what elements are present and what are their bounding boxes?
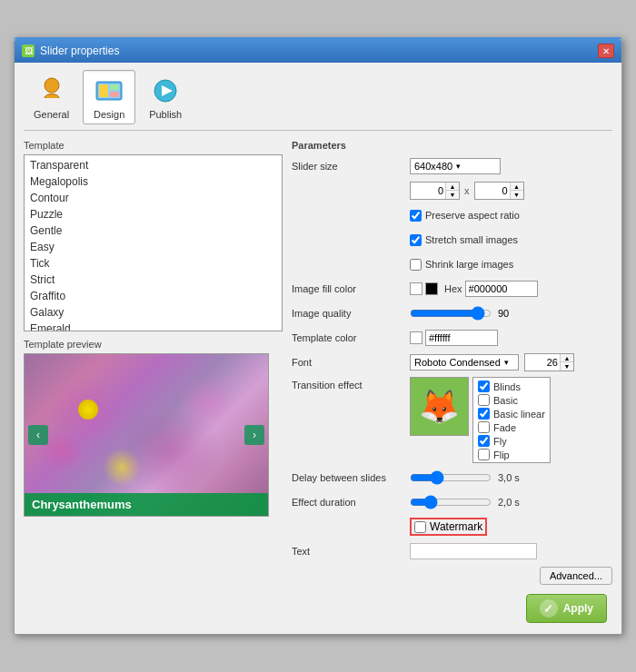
text-label: Text: [292, 546, 410, 557]
design-label: Design: [94, 109, 124, 120]
stretch-control: Stretch small images: [410, 234, 612, 246]
height-spinner[interactable]: ▲ ▼: [474, 182, 524, 200]
toolbar-publish[interactable]: Publish: [139, 70, 192, 124]
trans-item-basic[interactable]: Basic: [475, 393, 548, 407]
preview-section-label: Template preview: [24, 339, 283, 350]
width-up[interactable]: ▲: [446, 183, 459, 191]
font-size-spinner[interactable]: ▲ ▼: [524, 353, 574, 371]
trans-item-fly[interactable]: Fly: [475, 434, 548, 448]
template-list[interactable]: Transparent Megalopolis Contour Puzzle G…: [24, 154, 283, 331]
basic-checkbox[interactable]: [478, 394, 490, 406]
list-item[interactable]: Megalopolis: [26, 173, 280, 190]
template-color-swatch[interactable]: [410, 331, 422, 344]
svg-rect-4: [110, 84, 119, 90]
list-item[interactable]: Tick: [26, 255, 280, 272]
font-size-down[interactable]: ▼: [561, 362, 573, 371]
trans-item-flip[interactable]: Flip: [475, 448, 548, 461]
stretch-row: Stretch small images: [292, 230, 612, 250]
watermark-row: Watermark: [292, 517, 612, 537]
fly-checkbox[interactable]: [478, 435, 490, 447]
list-item[interactable]: Gentle: [26, 222, 280, 239]
trans-item-fade[interactable]: Fade: [475, 420, 548, 434]
width-input[interactable]: [411, 183, 445, 199]
color-black-swatch[interactable]: [425, 282, 438, 295]
effect-slider[interactable]: [410, 496, 492, 509]
list-item[interactable]: Graffito: [26, 288, 280, 304]
advanced-area: Advanced...: [292, 567, 612, 585]
advanced-button[interactable]: Advanced...: [540, 567, 612, 585]
template-preview: ‹ › Chrysanthemums: [24, 353, 269, 517]
fox-icon: 🦊: [419, 388, 460, 426]
transition-list[interactable]: Blinds Basic Basic linear: [472, 377, 551, 463]
transition-label: Transition effect: [292, 377, 410, 390]
slider-size-row: Slider size 640x480 ▾: [292, 156, 612, 176]
params-label: Parameters: [292, 140, 612, 151]
transition-preview: 🦊: [410, 377, 469, 436]
height-input[interactable]: [475, 183, 510, 199]
design-icon: [93, 74, 125, 107]
shrink-checkbox[interactable]: [410, 259, 422, 271]
right-panel: Parameters Slider size 640x480 ▾: [292, 140, 612, 585]
list-item[interactable]: Strict: [26, 272, 280, 288]
window-title: Slider properties: [40, 44, 119, 57]
slider-size-dropdown[interactable]: 640x480 ▾: [410, 158, 501, 174]
height-arrows: ▲ ▼: [510, 183, 523, 199]
quality-label: Image quality: [292, 308, 410, 319]
template-color-row: Template color: [292, 328, 612, 348]
template-color-input[interactable]: [425, 330, 498, 346]
height-down[interactable]: ▼: [511, 191, 523, 199]
effect-label: Effect duration: [292, 497, 410, 508]
font-row: Font Roboto Condensed ▾ ▲ ▼: [292, 352, 612, 372]
bottom-area: ✓ Apply: [24, 585, 612, 625]
font-dropdown[interactable]: Roboto Condensed ▾: [410, 354, 519, 371]
delay-row: Delay between slides 3,0 s: [292, 468, 612, 488]
list-item[interactable]: Puzzle: [26, 206, 280, 222]
font-chevron-icon: ▾: [504, 358, 509, 367]
blinds-checkbox[interactable]: [478, 380, 490, 392]
preserve-checkbox[interactable]: [410, 210, 422, 222]
trans-item-blinds[interactable]: Blinds: [475, 380, 548, 393]
color-empty-swatch[interactable]: [410, 282, 422, 295]
text-input[interactable]: [410, 543, 537, 559]
watermark-label: Watermark: [430, 520, 482, 533]
delay-slider[interactable]: [410, 471, 492, 484]
trans-item-basic-linear[interactable]: Basic linear: [475, 407, 548, 420]
quality-row: Image quality 90: [292, 303, 612, 323]
toolbar-general[interactable]: General: [24, 70, 79, 124]
preview-image: [25, 354, 268, 516]
width-arrows: ▲ ▼: [445, 183, 459, 199]
toolbar-design[interactable]: Design: [83, 70, 135, 124]
height-up[interactable]: ▲: [511, 183, 523, 191]
list-item[interactable]: Contour: [26, 190, 280, 206]
shrink-row: Shrink large images: [292, 254, 612, 274]
transition-control: 🦊 Blinds Basic: [410, 377, 612, 463]
preserve-control: Preserve aspect ratio: [410, 210, 612, 222]
fill-color-row: Image fill color Hex: [292, 279, 612, 299]
next-arrow[interactable]: ›: [244, 425, 264, 445]
toolbar: General Design: [24, 70, 612, 131]
stretch-label: Stretch small images: [425, 234, 518, 245]
stretch-checkbox[interactable]: [410, 234, 422, 246]
width-spinner[interactable]: ▲ ▼: [410, 182, 460, 200]
watermark-checkbox[interactable]: [414, 521, 426, 533]
fade-checkbox[interactable]: [478, 421, 490, 433]
hex-input[interactable]: [465, 281, 538, 297]
apply-button[interactable]: ✓ Apply: [526, 594, 607, 623]
prev-arrow[interactable]: ‹: [28, 425, 48, 445]
close-button[interactable]: ✕: [598, 44, 614, 58]
dimensions-row: ▲ ▼ x ▲ ▼: [292, 181, 612, 201]
basic-linear-checkbox[interactable]: [478, 408, 490, 420]
list-item[interactable]: Galaxy: [26, 304, 280, 321]
font-size-up[interactable]: ▲: [561, 354, 573, 362]
quality-slider[interactable]: [410, 307, 492, 320]
width-down[interactable]: ▼: [446, 191, 459, 199]
list-item[interactable]: Emerald: [26, 321, 280, 331]
list-item[interactable]: Transparent: [26, 157, 280, 173]
apply-label: Apply: [563, 602, 593, 615]
publish-label: Publish: [149, 109, 182, 120]
font-size-input[interactable]: [525, 354, 560, 371]
slider-size-control: 640x480 ▾: [410, 158, 612, 174]
font-label: Font: [292, 357, 410, 368]
list-item[interactable]: Easy: [26, 239, 280, 255]
flip-checkbox[interactable]: [478, 449, 490, 460]
